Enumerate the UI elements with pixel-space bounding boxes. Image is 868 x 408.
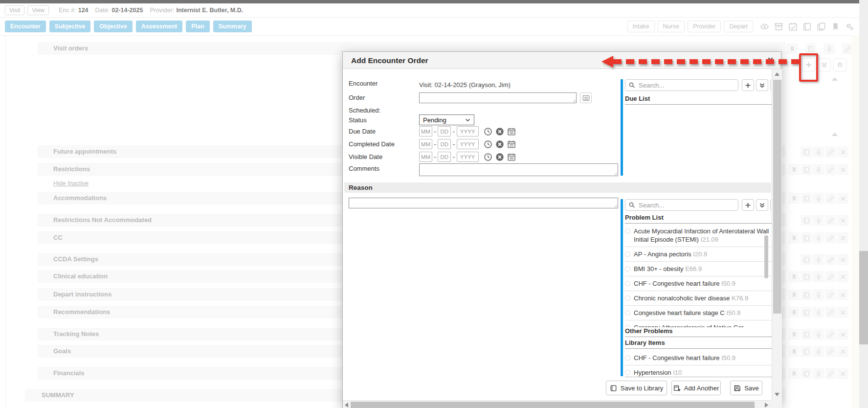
problem-list-item-code: I50.9 [721,280,735,287]
comments-input[interactable] [420,164,618,176]
list-icon [582,94,590,102]
radio-icon[interactable] [625,295,630,301]
library-item-text: CHF - Congestive heart failure I50.9 [634,354,735,362]
problem-search-input[interactable] [638,201,738,209]
button-label: Save to Library [621,385,663,392]
problem-list-item[interactable]: Congestive heart failure stage C I50.9 [625,306,772,320]
problem-list-item-text: Chronic nonalcoholic liver disease K76.9 [634,294,748,302]
annotation-highlight-box [799,53,818,82]
order-input[interactable] [420,93,576,103]
clock-icon[interactable] [484,153,492,161]
scroll-right-icon[interactable] [765,403,768,408]
problem-list-item-text: BMI 30+ - obesity E66.9 [634,265,702,273]
problem-list-item-code: E66.9 [685,265,702,272]
radio-icon[interactable] [625,228,630,234]
radio-icon[interactable] [625,281,630,286]
chevron-down-icon [465,117,470,123]
completed-date-mm-segment[interactable]: MM [419,139,432,149]
save-to-library-button[interactable]: Save to Library [606,381,667,395]
floppy-icon [734,385,741,392]
visible-date-mm-segment[interactable]: MM [419,152,432,162]
problem-list-item[interactable]: Acute Myocardial Infarction of Anterolat… [625,224,772,247]
problem-list-item[interactable]: Chronic nonalcoholic liver disease K76.9 [625,291,772,306]
radio-icon[interactable] [625,251,630,257]
modal-vertical-scrollbar[interactable] [772,69,782,400]
encounter-value: Visit: 02-14-2025 (Grayson, Jim) [419,81,511,89]
x-circle-icon[interactable] [495,140,504,149]
calendar-icon[interactable] [507,140,516,149]
calendar-icon[interactable] [507,127,516,136]
visible-date-label: Visible Date [349,153,417,160]
scrollbar-corner [772,400,782,408]
modal-horizontal-scrollbar[interactable] [343,400,772,408]
problem-list-item[interactable]: AP - Angina pectoris I20.9 [625,247,772,262]
modal-horizontal-scrollbar-thumb[interactable] [351,402,755,408]
library-item[interactable]: Hypertension I10 [625,365,772,377]
due-date-yyyy-segment[interactable]: YYYY [457,126,479,136]
visible-date-dd-segment[interactable]: DD [438,152,451,162]
x-circle-icon[interactable] [495,127,504,136]
modal-vertical-scrollbar-thumb[interactable] [773,80,781,314]
radio-icon[interactable] [625,355,630,361]
date-separator: - [434,127,436,136]
radio-icon[interactable] [625,266,630,272]
reason-input[interactable] [349,198,618,208]
radio-icon[interactable] [625,370,630,375]
problem-list-item[interactable]: Coronary Atherosclerosis of Native Cor [625,320,772,327]
resize-handle-icon[interactable] [613,171,618,176]
resize-handle-icon[interactable] [571,98,576,103]
due-date-label: Due Date [349,128,417,135]
comments-label: Comments [349,165,417,172]
scroll-left-icon[interactable] [345,403,348,408]
book-icon [610,385,617,392]
problem-list-scrollbar-thumb[interactable] [764,235,768,278]
encounter-label: Encounter [349,80,417,87]
library-item-code: I10 [673,369,682,376]
completed-date-dd-segment[interactable]: DD [438,139,451,149]
annotation-dashes [613,59,799,64]
due-search-input[interactable] [638,81,738,90]
library-item-code: I50.9 [721,354,735,362]
add-another-button[interactable]: Add Another [671,381,721,395]
clock-icon[interactable] [484,140,492,149]
problem-list-item-text: Coronary Atherosclerosis of Native Cor [634,323,744,327]
library-item[interactable]: CHF - Congestive heart failure I50.9 [625,351,772,365]
due-expand-button[interactable] [756,79,768,91]
add-encounter-order-dialog: Add Encounter Order Encounter Visit: 02-… [342,51,781,408]
plus-icon [745,202,751,208]
order-label: Order [349,94,417,101]
page-scrollbar[interactable] [859,0,868,408]
order-picker-button[interactable] [580,92,592,103]
due-date-row: MM-DD-YYYY [419,126,516,136]
due-date-dd-segment[interactable]: DD [438,126,451,136]
due-panel-accent-bar [621,79,623,176]
date-separator: - [452,127,455,136]
problem-list-item[interactable]: BMI 30+ - obesity E66.9 [625,262,772,276]
completed-date-row: MM-DD-YYYY [419,139,516,149]
problem-add-button[interactable] [742,199,754,211]
page-scrollbar-thumb[interactable] [859,251,868,344]
due-add-button[interactable] [742,79,754,91]
completed-date-yyyy-segment[interactable]: YYYY [457,139,479,149]
plus-icon [745,82,751,89]
x-circle-icon[interactable] [495,153,504,161]
calendar-icon[interactable] [507,153,516,161]
scroll-up-icon[interactable] [775,72,779,76]
resize-handle-icon[interactable] [613,203,618,208]
library-item-text: Hypertension I10 [634,368,682,377]
problem-panel-accent-bar [621,199,623,376]
completed-date-label: Completed Date [349,140,417,148]
problem-list-item[interactable]: CHF - Congestive heart failure I50.9 [625,276,772,291]
visible-date-yyyy-segment[interactable]: YYYY [457,152,479,162]
radio-icon[interactable] [625,310,630,316]
status-select[interactable]: Pending [419,114,474,125]
other-problems-header: Other Problems [625,327,772,337]
scroll-down-icon[interactable] [775,393,779,396]
problem-expand-button[interactable] [756,199,768,211]
screen: Visit View Enc #: 124 Date: 02-14-2025 P… [0,0,868,408]
date-separator: - [434,153,436,161]
date-separator: - [452,140,455,149]
clock-icon[interactable] [484,127,492,136]
save-button[interactable]: Save [730,381,762,395]
due-date-mm-segment[interactable]: MM [419,126,432,136]
